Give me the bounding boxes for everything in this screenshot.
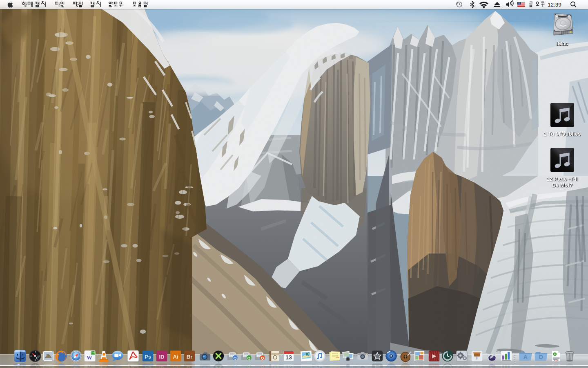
svg-text:Ai: Ai [173, 354, 178, 360]
svg-text:Q: Q [261, 356, 264, 360]
svg-text:Q: Q [234, 356, 237, 360]
svg-text:12:39: 12:39 [548, 2, 561, 8]
svg-text:ID: ID [159, 354, 164, 360]
svg-text:Q: Q [247, 356, 251, 360]
svg-text:Ps: Ps [145, 354, 151, 360]
svg-text:A: A [523, 354, 528, 360]
svg-text:13: 13 [285, 354, 292, 361]
svg-text:D: D [539, 354, 543, 360]
svg-text:PDF: PDF [554, 359, 559, 361]
svg-text:Br: Br [187, 354, 193, 360]
